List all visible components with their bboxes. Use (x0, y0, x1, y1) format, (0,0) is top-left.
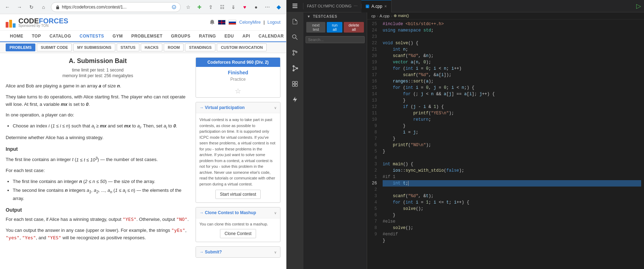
problem-title: A. Submission Bait (6, 57, 190, 65)
nav-calendar[interactable]: CALENDAR (254, 31, 286, 41)
nav-api[interactable]: API (238, 31, 255, 41)
home-button[interactable]: ⌂ (39, 2, 48, 12)
favorite-star[interactable]: ☆ (235, 87, 241, 95)
testcases-collapse[interactable]: ▼ (307, 15, 311, 18)
clone-header-text: → Clone Contest to Mashup (199, 210, 256, 215)
memory-limit: memory limit per test: 256 megabytes (6, 73, 190, 78)
vscode-tabs: FAST OLYMPIC CODING ⋯ C A.cpp × ▷ (286, 0, 644, 12)
breadcrumb-fn: ⊕ main() (394, 13, 409, 18)
tab-a-cpp[interactable]: C A.cpp × (361, 0, 391, 12)
nav-home[interactable]: HOME (6, 31, 28, 41)
username-link[interactable]: CelonyMire (239, 20, 261, 25)
breadcrumb-sep1: › (377, 14, 378, 18)
contest-box: Codeforces Round 960 (Div. 2) Finished P… (196, 57, 280, 98)
vscode-editor: cp › A.cpp › ⊕ main() 25 24 23 22 21 20 … (367, 12, 644, 269)
edge-button[interactable]: ◆ (274, 2, 283, 12)
subnav-my-submissions[interactable]: MY SUBMISSIONS (73, 44, 115, 51)
download-button[interactable]: ⇓ (229, 2, 238, 12)
nav-catalog[interactable]: CATALOG (45, 31, 75, 41)
svg-point-16 (296, 68, 298, 69)
activity-search[interactable] (289, 31, 301, 44)
activity-files[interactable] (289, 15, 301, 28)
submit-box: → Submit? ∨ (196, 246, 280, 258)
delete-all-button[interactable]: delete all (344, 22, 364, 33)
subnav-room[interactable]: ROOM (164, 44, 184, 51)
vscode-sidebar-toggle[interactable] (286, 3, 303, 9)
activity-lightning[interactable] (289, 93, 301, 106)
run-button[interactable]: ▷ (636, 2, 641, 10)
cf-logo: CODEFORCES Sponsored by TON (6, 17, 68, 28)
bookmark-button[interactable]: ☆ (184, 2, 193, 12)
activity-run-debug[interactable] (289, 62, 301, 75)
nav-edu[interactable]: EDU (220, 31, 238, 41)
submit-header[interactable]: → Submit? ∨ (196, 247, 280, 257)
more-button[interactable]: ⋯ (263, 2, 272, 12)
svg-point-8 (292, 35, 296, 38)
problem-meta: time limit per test: 1 second memory lim… (6, 68, 190, 78)
virtual-header-text: → Virtual participation (199, 105, 245, 110)
subnav-standings[interactable]: STANDINGS (185, 44, 215, 51)
fast-olympic-label: FAST OLYMPIC CODING ⋯ (303, 4, 361, 8)
code-content[interactable]: #include <bits/stdc++.h> using namespace… (380, 19, 644, 269)
clone-contest-button[interactable]: Clone Contest (220, 229, 256, 238)
breadcrumb-file: A.cpp (379, 14, 389, 18)
svg-line-9 (296, 38, 297, 40)
subnav-hacks[interactable]: HACKS (141, 44, 162, 51)
profile2-button[interactable]: ● (251, 2, 261, 12)
contest-status: Finished Practice (196, 67, 280, 85)
search-input[interactable] (306, 36, 365, 43)
svg-point-11 (293, 54, 294, 55)
svg-point-14 (293, 70, 294, 71)
back-button[interactable]: ← (3, 2, 12, 12)
testcases-actions: next test run all delete all (303, 21, 367, 34)
star-row: ☆ (196, 85, 280, 97)
svg-text:A: A (173, 6, 175, 8)
cf-header: CODEFORCES Sponsored by TON (0, 14, 286, 31)
cf-nav: HOME TOP CATALOG CONTESTS GYM PROBLEMSET… (0, 31, 286, 42)
vscode-activity-bar (286, 12, 303, 269)
testcases-title: TESTCASES (313, 15, 337, 18)
collections-button[interactable]: ☷ (217, 2, 227, 12)
extensions-button[interactable]: ✚ (195, 2, 204, 12)
share-button[interactable]: ⇪ (206, 2, 215, 12)
logout-link[interactable]: Logout (267, 20, 280, 25)
lock-icon (56, 5, 60, 9)
refresh-button[interactable]: ↻ (27, 2, 36, 12)
contest-title: Codeforces Round 960 (Div. 2) (196, 58, 280, 67)
nav-groups[interactable]: GROUPS (167, 31, 195, 41)
svg-rect-19 (292, 84, 295, 86)
svg-rect-20 (295, 84, 297, 86)
cpp-file-icon: C (366, 5, 369, 8)
subnav-submit-code[interactable]: SUBMIT CODE (37, 44, 72, 51)
contest-status-finished[interactable]: Finished (199, 70, 277, 75)
nav-rating[interactable]: RATING (195, 31, 220, 41)
virtual-participation-header[interactable]: → Virtual participation ∨ (196, 102, 280, 113)
vscode-code-area[interactable]: 25 24 23 22 21 20 19 18 17 16 15 14 13 1… (367, 19, 644, 269)
run-all-button[interactable]: run all (327, 22, 342, 33)
subnav-custom-invocation[interactable]: CUSTOM INVOCATION (217, 44, 267, 51)
uk-flag (218, 20, 226, 25)
next-test-button[interactable]: next test (306, 22, 325, 33)
start-virtual-contest-button[interactable]: Start virtual contest (215, 190, 261, 199)
clone-contest-box: → Clone Contest to Mashup ∨ You can clon… (196, 207, 280, 242)
tab-close-btn[interactable]: × (384, 4, 387, 9)
subnav-problems[interactable]: PROBLEMS (6, 44, 35, 51)
forward-button[interactable]: → (15, 2, 24, 12)
profile-button[interactable]: ♥ (240, 2, 249, 12)
browser-toolbar: ← → ↻ ⌂ https://codeforces.com/contest/1… (0, 0, 286, 14)
nav-top[interactable]: TOP (28, 31, 45, 41)
activity-source-control[interactable] (289, 46, 301, 59)
activity-extensions[interactable] (289, 78, 301, 90)
contest-status-practice[interactable]: Practice (199, 77, 277, 82)
nav-problemset[interactable]: PROBLEMSET (127, 31, 167, 41)
subnav-status[interactable]: STATUS (117, 44, 139, 51)
nav-contests[interactable]: CONTESTS (75, 31, 108, 42)
vscode-testcases-panel: ▼ TESTCASES next test run all delete all (303, 12, 367, 269)
clone-contest-header[interactable]: → Clone Contest to Mashup ∨ (196, 207, 280, 218)
ellipsis-menu[interactable]: ⋯ (354, 4, 358, 8)
nav-gym[interactable]: GYM (108, 31, 127, 41)
url-text: https://codeforces.com/contest/1... (62, 5, 170, 10)
address-bar[interactable]: https://codeforces.com/contest/1... A (51, 2, 181, 12)
breadcrumb-cp: cp (371, 14, 376, 18)
breadcrumb: cp › A.cpp › ⊕ main() (367, 12, 644, 19)
